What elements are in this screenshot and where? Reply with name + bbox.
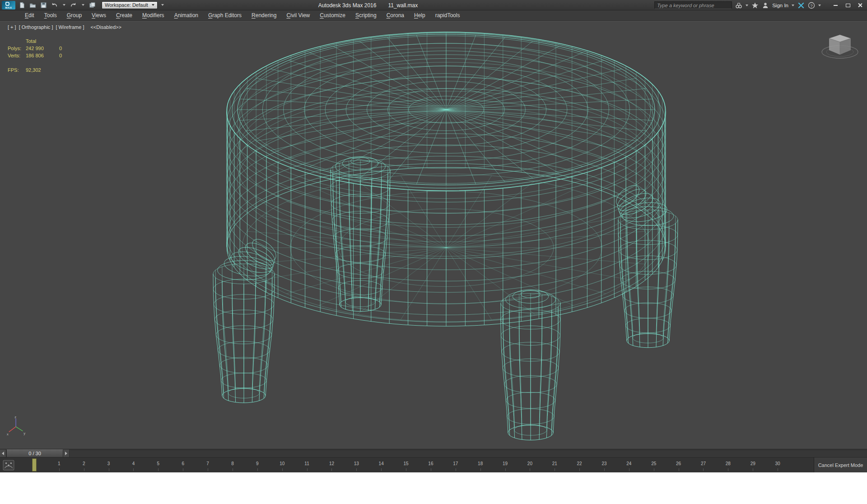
viewport-shading-menu[interactable]: [ Wireframe ]: [56, 24, 84, 30]
sign-in-caret[interactable]: [792, 5, 794, 6]
menu-modifiers[interactable]: Modifiers: [137, 10, 169, 20]
menu-edit[interactable]: Edit: [20, 10, 39, 20]
track-bar[interactable]: 1234567891011121314151617181920212223242…: [0, 457, 867, 472]
frame-tick: [59, 468, 60, 471]
frame-tick: [183, 468, 183, 471]
help-options-caret[interactable]: [818, 5, 821, 6]
sign-in-button[interactable]: Sign In: [772, 3, 788, 8]
statistics-overlay: Total Polys: 242 990 0 Verts: 186 806 0 …: [8, 37, 70, 74]
3dsmax-app-button[interactable]: MAX: [2, 1, 15, 9]
cancel-expert-mode-button[interactable]: Cancel Expert Mode: [814, 457, 867, 473]
frame-tick: [331, 468, 332, 471]
frame-tick: [480, 468, 481, 471]
workspace-options-caret[interactable]: [160, 1, 166, 9]
frame-tick: [406, 468, 406, 471]
bottom-white-strip: [0, 472, 867, 504]
frame-label: 21: [552, 461, 557, 466]
frame-label: 5: [157, 461, 160, 466]
save-file-button[interactable]: [39, 1, 48, 9]
frame-label: 10: [280, 461, 284, 466]
frame-label: 14: [379, 461, 384, 466]
frame-tick: [629, 468, 629, 471]
stats-row-polys: Polys: 242 990 0: [8, 45, 70, 52]
logo-text: MAX: [5, 6, 12, 9]
frame-label: 23: [601, 461, 606, 466]
search-options-caret[interactable]: [746, 5, 748, 6]
maximize-button[interactable]: [842, 0, 854, 10]
menu-graph-editors[interactable]: Graph Editors: [203, 10, 247, 20]
menu-customize[interactable]: Customize: [315, 10, 350, 20]
frame-tick: [208, 468, 208, 471]
frame-label: 18: [478, 461, 483, 466]
favorites-star-icon[interactable]: [751, 2, 759, 9]
next-frame-button[interactable]: [63, 449, 70, 457]
undo-arrow-icon: [51, 2, 58, 9]
menu-rendering[interactable]: Rendering: [247, 10, 281, 20]
frame-tick: [307, 468, 308, 471]
viewport[interactable]: [ + ] [ Orthographic ] [ Wireframe ] <<D…: [0, 21, 867, 449]
minimize-button[interactable]: [830, 0, 842, 10]
menu-group[interactable]: Group: [62, 10, 87, 20]
frame-tick: [456, 468, 456, 471]
menu-views[interactable]: Views: [87, 10, 111, 20]
frame-ruler[interactable]: 1234567891011121314151617181920212223242…: [0, 457, 813, 472]
chevron-down-icon: [63, 4, 65, 6]
frame-tick: [133, 468, 134, 471]
project-folder-button[interactable]: [88, 1, 97, 9]
viewport-status: <<Disabled>>: [90, 24, 121, 30]
viewport-general-menu[interactable]: [ + ]: [8, 24, 16, 30]
frame-tick: [257, 468, 258, 471]
menu-animation[interactable]: Animation: [169, 10, 203, 20]
window-title: Autodesk 3ds Max 2016 11_wall.max: [318, 0, 418, 10]
open-file-button[interactable]: [28, 1, 37, 9]
frame-label: 24: [626, 461, 631, 466]
infocenter-search-input[interactable]: [654, 1, 732, 9]
previous-frame-button[interactable]: [0, 449, 6, 457]
menu-scripting[interactable]: Scripting: [350, 10, 382, 20]
frame-label: 29: [750, 461, 755, 466]
undo-button[interactable]: [50, 1, 59, 9]
menu-tools[interactable]: Tools: [39, 10, 62, 20]
menu-help[interactable]: Help: [409, 10, 430, 20]
menu-rapidtools[interactable]: rapidTools: [430, 10, 465, 20]
minimize-icon: [834, 5, 838, 6]
frame-tick: [679, 468, 679, 471]
frame-tick: [530, 468, 530, 471]
current-frame-marker[interactable]: [32, 458, 37, 471]
frame-label: 11: [304, 461, 309, 466]
frame-tick: [84, 468, 84, 471]
frame-label: 8: [231, 461, 234, 466]
frame-tick: [356, 468, 357, 471]
new-scene-button[interactable]: [18, 1, 26, 9]
maximize-icon: [846, 4, 850, 7]
menu-corona[interactable]: Corona: [382, 10, 409, 20]
frame-label: 20: [527, 461, 532, 466]
close-button[interactable]: [854, 0, 866, 10]
workspace-selector[interactable]: Workspace: Default: [102, 1, 158, 9]
communication-center-icon[interactable]: [797, 2, 805, 9]
frame-tick: [579, 468, 580, 471]
stats-total-header: Total: [26, 38, 55, 44]
menubar: EditToolsGroupViewsCreateModifiersAnimat…: [0, 10, 867, 21]
frame-tick: [158, 468, 158, 471]
frame-tick: [753, 468, 753, 471]
viewport-pov-menu[interactable]: [ Orthographic ]: [19, 24, 53, 30]
help-icon[interactable]: ?: [808, 2, 815, 9]
menu-civil-view[interactable]: Civil View: [281, 10, 315, 20]
frame-tick: [505, 468, 506, 471]
time-slider: 0 / 30: [0, 449, 867, 457]
axis-z-label: z: [14, 415, 16, 419]
viewport-label: [ + ] [ Orthographic ] [ Wireframe ] <<D…: [8, 24, 121, 30]
redo-dropdown-caret[interactable]: [80, 1, 86, 9]
wireframe-model[interactable]: [0, 21, 867, 449]
search-binoculars-icon[interactable]: [735, 2, 742, 9]
time-slider-thumb[interactable]: 0 / 30: [6, 449, 63, 457]
undo-dropdown-caret[interactable]: [61, 1, 67, 9]
menu-create[interactable]: Create: [111, 10, 137, 20]
frame-label: 13: [354, 461, 359, 466]
time-slider-track[interactable]: [70, 450, 867, 457]
frame-tick: [233, 468, 233, 471]
redo-button[interactable]: [69, 1, 78, 9]
viewcube[interactable]: [818, 28, 862, 66]
svg-text:?: ?: [810, 3, 812, 8]
